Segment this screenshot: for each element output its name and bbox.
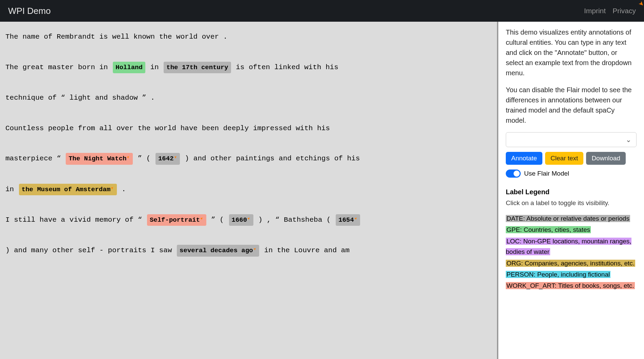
text-fragment: ” ( bbox=[133, 155, 155, 162]
entity-date[interactable]: 1654➤ bbox=[336, 214, 360, 226]
navbar: WPI Demo Imprint Privacy bbox=[0, 0, 644, 22]
entity-date[interactable]: 1642➤ bbox=[155, 153, 180, 164]
external-link-icon: ➤ bbox=[125, 154, 132, 161]
entity-date[interactable]: the 17th century bbox=[164, 62, 231, 73]
entity-date[interactable]: 1660➤ bbox=[229, 214, 253, 226]
nav-link-imprint[interactable]: Imprint bbox=[584, 7, 606, 15]
text-fragment: . bbox=[118, 185, 126, 193]
external-link-icon: ➤ bbox=[352, 215, 360, 222]
text-line: I still have a vivid memory of “ Self-po… bbox=[5, 214, 492, 226]
text-fragment: Countless people from all over the world… bbox=[5, 124, 330, 132]
legend-list: DATE: Absolute or relative dates or peri… bbox=[506, 213, 637, 291]
nav-links: Imprint Privacy bbox=[584, 7, 636, 15]
external-link-icon: ➤ bbox=[251, 246, 259, 253]
text-fragment: ) and other paintings and etchings of hi… bbox=[181, 155, 360, 162]
annotate-button[interactable]: Annotate bbox=[506, 152, 542, 165]
legend-subtitle: Click on a label to toggle its visibilit… bbox=[506, 198, 637, 208]
intro-paragraph-2: You can disable the Flair model to see t… bbox=[506, 85, 637, 125]
text-line: Countless people from all over the world… bbox=[5, 123, 492, 134]
legend-item[interactable]: WORK_OF_ART: Titles of books, songs, etc… bbox=[506, 282, 635, 289]
text-fragment: ” ( bbox=[207, 216, 228, 224]
example-dropdown[interactable]: ⌄ bbox=[506, 132, 637, 147]
text-fragment: in bbox=[146, 63, 163, 71]
text-fragment: is often linked with his bbox=[232, 63, 338, 71]
legend-item[interactable]: PERSON: People, including fictional bbox=[506, 271, 610, 278]
button-row: Annotate Clear text Download bbox=[506, 152, 637, 165]
flair-toggle-row: Use Flair Model bbox=[506, 169, 637, 179]
flair-toggle-label: Use Flair Model bbox=[524, 169, 569, 179]
layout: The name of Rembrandt is well known the … bbox=[0, 22, 644, 359]
entity-org[interactable]: the Museum of Amsterdam➤ bbox=[19, 184, 117, 195]
nav-link-privacy[interactable]: Privacy bbox=[612, 7, 636, 15]
download-button[interactable]: Download bbox=[586, 152, 626, 165]
entity-work_of_art[interactable]: Self-portrait➤ bbox=[147, 214, 206, 226]
text-fragment: ) and many other self - portraits I saw bbox=[5, 246, 176, 254]
legend-item[interactable]: GPE: Countries, cities, states bbox=[506, 226, 591, 233]
text-fragment: The name of Rembrandt is well known the … bbox=[5, 33, 227, 41]
text-fragment: The great master born in bbox=[5, 63, 112, 71]
clear-text-button[interactable]: Clear text bbox=[545, 152, 583, 165]
annotated-text-panel[interactable]: The name of Rembrandt is well known the … bbox=[0, 22, 498, 359]
text-fragment: I still have a vivid memory of “ bbox=[5, 216, 146, 224]
brand-title[interactable]: WPI Demo bbox=[8, 6, 51, 16]
intro-paragraph-1: This demo visualizes entity annotations … bbox=[506, 27, 637, 78]
text-fragment: ) , “ Bathsheba ( bbox=[254, 216, 335, 224]
flair-toggle[interactable] bbox=[506, 169, 521, 178]
text-fragment: in bbox=[5, 185, 18, 193]
text-fragment: technique of “ light and shadow ” . bbox=[5, 94, 155, 102]
text-line: ) and many other self - portraits I saw … bbox=[5, 245, 492, 256]
text-line: The name of Rembrandt is well known the … bbox=[5, 31, 492, 43]
text-fragment: in the Louvre and am bbox=[260, 246, 350, 254]
external-link-icon: ➤ bbox=[109, 184, 116, 192]
toggle-knob bbox=[514, 171, 520, 177]
text-line: in the Museum of Amsterdam➤ . bbox=[5, 184, 492, 195]
external-link-icon: ➤ bbox=[198, 215, 206, 222]
entity-work_of_art[interactable]: The Night Watch➤ bbox=[66, 153, 132, 164]
text-fragment: masterpiece “ bbox=[5, 155, 65, 162]
legend-item[interactable]: LOC: Non-GPE locations, mountain ranges,… bbox=[506, 238, 631, 255]
entity-gpe[interactable]: Holland bbox=[113, 62, 145, 73]
sidebar: This demo visualizes entity annotations … bbox=[498, 22, 644, 359]
text-line: technique of “ light and shadow ” . bbox=[5, 92, 492, 104]
entity-date[interactable]: several decades ago➤ bbox=[177, 245, 259, 256]
text-line: masterpiece “ The Night Watch➤ ” ( 1642➤… bbox=[5, 153, 492, 164]
legend-item[interactable]: DATE: Absolute or relative dates or peri… bbox=[506, 215, 630, 222]
text-line: The great master born in Holland in the … bbox=[5, 62, 492, 73]
external-link-icon: ➤ bbox=[245, 215, 253, 222]
legend-title: Label Legend bbox=[506, 187, 637, 197]
external-link-icon: ➤ bbox=[172, 154, 180, 161]
chevron-down-icon: ⌄ bbox=[626, 135, 631, 145]
legend-item[interactable]: ORG: Companies, agencies, institutions, … bbox=[506, 260, 635, 267]
